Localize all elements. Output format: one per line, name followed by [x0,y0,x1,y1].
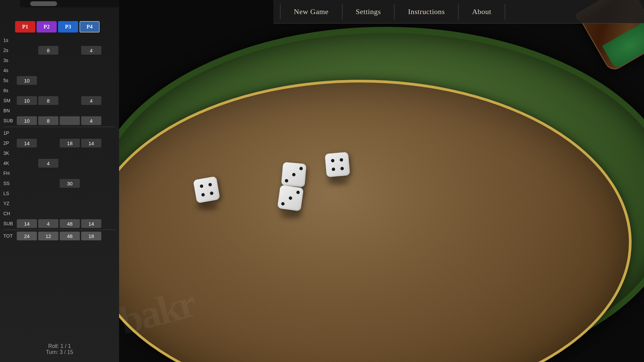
scroll-bar[interactable] [20,0,119,7]
cell-2s-p4[interactable]: 4 [81,46,101,55]
cell-5s-p2[interactable] [38,76,58,85]
row-2s: 2s 8 4 [0,45,119,55]
cell-bn-p2[interactable] [38,106,58,115]
cell-ls-p1[interactable] [17,189,37,198]
cell-6s-p1[interactable] [17,86,37,95]
cell-1p-p1[interactable] [17,129,37,137]
cell-ch-p2[interactable] [38,209,58,218]
cell-4k-p2[interactable]: 4 [38,159,58,168]
cell-bn-p3[interactable] [60,106,80,115]
cell-6s-p2[interactable] [38,86,58,95]
about-button[interactable]: About [459,4,505,19]
cell-2s-p1[interactable] [17,46,37,55]
cell-4k-p4[interactable] [81,159,101,168]
cell-sm-p1[interactable]: 10 [17,96,37,105]
cell-ls-p4[interactable] [81,189,101,198]
cell-1p-p3[interactable] [60,129,80,137]
die-shadow-1 [197,203,218,210]
cell-yz-p3[interactable] [60,199,80,208]
cell-ss-p4[interactable] [81,179,101,188]
cell-2p-p2[interactable] [38,139,58,147]
dot [285,179,288,183]
cell-6s-p4[interactable] [81,86,101,95]
cell-sm-p3[interactable] [60,96,80,105]
new-game-button[interactable]: New Game [280,4,342,19]
label-tot: TOT [3,233,16,239]
cell-6s-p3[interactable] [60,86,80,95]
cell-bn-p4[interactable] [81,106,101,115]
player1-badge: P1 [15,21,35,33]
cell-3k-p1[interactable] [17,149,37,158]
cell-3s-p1[interactable] [17,56,37,65]
cell-1s-p3[interactable] [60,36,80,45]
cell-ch-p1[interactable] [17,209,37,218]
row-sub2: SUB 14 4 48 14 [0,219,119,229]
cell-ss-p2[interactable] [38,179,58,188]
cell-ch-p3[interactable] [60,209,80,218]
row-ch: CH [0,208,119,219]
cell-1s-p1[interactable] [17,36,37,45]
cell-ls-p3[interactable] [60,189,80,198]
turn-display: Turn: 3 / 15 [3,349,116,355]
cell-4k-p3[interactable] [60,159,80,168]
cell-5s-p3[interactable] [60,76,80,85]
cell-2s-p3[interactable] [60,46,80,55]
row-ss: SS 30 [0,178,119,188]
die-3[interactable] [325,152,350,177]
cell-4s-p4[interactable] [81,66,101,75]
dot [292,173,296,177]
cell-3k-p4[interactable] [81,149,101,158]
cell-sm-p2[interactable]: 8 [38,96,58,105]
cell-4s-p3[interactable] [60,66,80,75]
dot [340,167,344,170]
cell-bn-p1[interactable] [17,106,37,115]
row-4s: 4s [0,65,119,75]
cell-yz-p4[interactable] [81,199,101,208]
die-2[interactable] [281,162,307,187]
cell-3k-p3[interactable] [60,149,80,158]
cell-2p-p4[interactable]: 14 [81,139,101,147]
cell-4k-p1[interactable] [17,159,37,168]
cell-ch-p4[interactable] [81,209,101,218]
cell-ls-p2[interactable] [38,189,58,198]
row-ls: LS [0,188,119,198]
label-sub2: SUB [3,221,16,226]
cell-2s-p2[interactable]: 8 [38,46,58,55]
cell-1s-p2[interactable] [38,36,58,45]
cell-1p-p4[interactable] [81,129,101,137]
label-2p: 2P [3,140,16,146]
cell-ss-p3[interactable]: 30 [60,179,80,188]
cell-2p-p3[interactable]: 18 [60,139,80,147]
cell-3k-p2[interactable] [38,149,58,158]
cell-3s-p4[interactable] [81,56,101,65]
cell-sub2-p3: 48 [60,219,80,228]
label-2s: 2s [3,48,16,53]
cell-3s-p3[interactable] [60,56,80,65]
nav-bar: New Game Settings Instructions About [273,0,644,23]
die-4[interactable] [277,185,304,211]
cell-1s-p4[interactable] [81,36,101,45]
label-ch: CH [3,211,16,216]
cell-ss-p1[interactable] [17,179,37,188]
cell-3s-p2[interactable] [38,56,58,65]
settings-button[interactable]: Settings [342,4,395,19]
cell-5s-p4[interactable] [81,76,101,85]
cell-fh-p2[interactable] [38,169,58,178]
cell-yz-p2[interactable] [38,199,58,208]
instructions-button[interactable]: Instructions [394,4,459,19]
cell-fh-p1[interactable] [17,169,37,178]
scroll-thumb[interactable] [30,1,57,6]
cell-fh-p4[interactable] [81,169,101,178]
cell-yz-p1[interactable] [17,199,37,208]
label-5s: 5s [3,78,16,83]
cell-4s-p1[interactable] [17,66,37,75]
cell-sm-p4[interactable]: 4 [81,96,101,105]
label-6s: 6s [3,88,16,93]
die-1[interactable] [193,176,220,203]
cell-4s-p2[interactable] [38,66,58,75]
label-3s: 3s [3,58,16,63]
cell-fh-p3[interactable] [60,169,80,178]
cell-5s-p1[interactable]: 10 [17,76,37,85]
cell-1p-p2[interactable] [38,129,58,137]
cell-2p-p1[interactable]: 14 [17,139,37,147]
